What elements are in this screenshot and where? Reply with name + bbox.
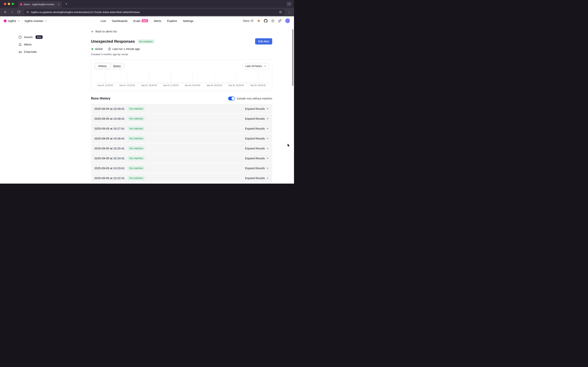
run-row: 2025-09-05 at 10:23:41 No matches Expand…	[91, 163, 272, 173]
megaphone-icon	[18, 50, 22, 54]
run-status-badge: No matches	[128, 176, 145, 180]
minimize-window-button[interactable]	[8, 3, 10, 5]
expand-results-button[interactable]: Expand Results	[245, 127, 269, 130]
runs-list: 2025-09-05 at 10:29:41 No matches Expand…	[91, 104, 272, 183]
expand-results-button[interactable]: Expand Results	[245, 167, 269, 170]
tab-query[interactable]: Query	[110, 63, 124, 69]
axis-tick: Sep 05, 06:00:00	[225, 84, 247, 86]
expand-results-button[interactable]: Expand Results	[245, 137, 269, 140]
include-runs-toggle-group: Include runs without matches	[228, 97, 272, 100]
nav-explore[interactable]: Explore	[167, 19, 177, 23]
reload-button[interactable]	[16, 9, 22, 15]
share-link-icon[interactable]	[278, 19, 281, 23]
run-status-badge: No matches	[128, 156, 145, 160]
chevron-down-icon	[288, 3, 290, 5]
logfire-favicon-icon	[20, 3, 23, 6]
expand-results-button[interactable]: Expand Results	[245, 107, 269, 110]
breadcrumb: logfire / logfire-monitor	[4, 19, 47, 23]
forward-button[interactable]	[9, 9, 15, 15]
play-circle-icon	[108, 47, 111, 50]
chart-gridline	[182, 72, 203, 83]
browser-toolbar: logfire-us.pydantic.dev/logfire/logfire-…	[0, 8, 294, 16]
tab-close-icon[interactable]: ×	[57, 3, 60, 6]
address-bar[interactable]: logfire-us.pydantic.dev/logfire/logfire-…	[24, 9, 285, 15]
nav-settings[interactable]: Settings	[183, 19, 193, 23]
time-range-select[interactable]: Last 24 hours	[243, 63, 269, 69]
chevron-updown-icon[interactable]	[18, 20, 20, 22]
nav-dashboards[interactable]: Dashboards	[112, 19, 128, 23]
nav-live[interactable]: Live	[101, 19, 106, 23]
user-avatar[interactable]: -	[285, 18, 290, 23]
app-header: logfire / logfire-monitor Live Dashboard…	[0, 16, 294, 25]
theme-sun-icon[interactable]	[271, 19, 274, 23]
chevron-down-icon	[266, 167, 269, 170]
github-icon[interactable]	[264, 19, 268, 23]
runs-history-title: Runs History	[91, 97, 111, 100]
page-body: Issues Beta Alerts Channels Back to aler…	[0, 25, 294, 184]
run-status-badge: No matches	[128, 117, 145, 121]
run-timestamp: 2025-09-05 at 10:28:41	[94, 117, 125, 120]
zoom-window-button[interactable]	[12, 3, 14, 5]
new-tab-button[interactable]: +	[64, 1, 69, 6]
nav-evals[interactable]: Evalsbeta	[133, 19, 148, 23]
org-switcher[interactable]: logfire	[8, 19, 16, 23]
arrow-left-icon	[91, 30, 94, 33]
url-text[interactable]: logfire-us.pydantic.dev/logfire/logfire-…	[31, 11, 277, 14]
include-runs-toggle[interactable]	[228, 97, 235, 100]
chevron-updown-icon[interactable]	[45, 20, 47, 22]
expand-results-button[interactable]: Expand Results	[245, 117, 269, 120]
page-scrollbar[interactable]	[292, 29, 293, 86]
page-title: Unexpected Responses	[91, 39, 135, 44]
created-by-label: Created 3 months ago by nicola	[91, 53, 272, 56]
expand-results-button[interactable]: Expand Results	[245, 157, 269, 160]
history-card: History Query Last 24 hours	[91, 60, 272, 91]
docs-link[interactable]: Docs	[243, 19, 253, 22]
run-row: 2025-09-05 at 10:24:41 No matches Expand…	[91, 153, 272, 163]
axis-tick: Sep 05, 03:00:00	[203, 84, 225, 86]
sidebar-item-channels[interactable]: Channels	[18, 48, 91, 56]
runs-history-header: Runs History Include runs without matche…	[91, 97, 272, 100]
back-button[interactable]	[2, 9, 9, 15]
axis-tick: Sep 04, 21:00:00	[160, 84, 182, 86]
chevron-down-icon	[266, 177, 269, 180]
run-row: 2025-09-05 at 10:29:41 No matches Expand…	[91, 104, 272, 114]
alert-status-row: Active Last run 1 minute ago	[91, 47, 272, 50]
back-to-alerts-link[interactable]: Back to alerts list	[91, 30, 117, 33]
logfire-logo-icon	[3, 19, 7, 23]
expand-results-button[interactable]: Expand Results	[245, 177, 269, 180]
run-timestamp: 2025-09-05 at 10:25:41	[94, 147, 125, 150]
sidebar-item-label: Channels	[24, 50, 37, 54]
edit-alert-button[interactable]: Edit Alert	[255, 38, 272, 44]
nav-alerts[interactable]: Alerts	[154, 19, 161, 23]
alert-detail: Back to alerts list Unexpected Responses…	[91, 25, 272, 184]
axis-tick: Sep 05, 00:00:00	[182, 84, 203, 86]
slack-icon[interactable]	[257, 19, 260, 23]
sidebar: Issues Beta Alerts Channels	[0, 25, 91, 184]
sidebar-item-label: Issues	[24, 35, 33, 39]
browser-window: Alerts · logfire/logfire-monito × + logf…	[0, 0, 294, 184]
project-switcher[interactable]: logfire-monitor	[25, 19, 43, 23]
active-label: Active	[95, 47, 103, 50]
reload-icon	[17, 10, 20, 14]
site-settings-icon[interactable]	[26, 11, 29, 14]
run-timestamp: 2025-09-05 at 10:23:41	[94, 167, 125, 170]
close-window-button[interactable]	[4, 3, 6, 5]
browser-tab[interactable]: Alerts · logfire/logfire-monito ×	[18, 1, 62, 8]
tab-history[interactable]: History	[95, 63, 110, 69]
browser-menu-icon[interactable]: ⋮	[287, 10, 292, 14]
expand-results-button[interactable]: Expand Results	[245, 147, 269, 150]
chart-gridline	[247, 72, 269, 83]
axis-tick: Sep 05, 09:00:00	[247, 84, 269, 86]
header-actions: Docs -	[243, 18, 290, 23]
run-status-badge: No matches	[128, 146, 145, 150]
sidebar-item-issues[interactable]: Issues Beta	[18, 33, 91, 41]
alert-title-row: Unexpected Responses No matches Edit Ale…	[91, 38, 272, 45]
chart-gridline	[94, 72, 116, 83]
bookmark-star-icon[interactable]	[279, 10, 282, 14]
tab-search-button[interactable]	[287, 2, 292, 6]
run-row: 2025-09-05 at 10:28:41 No matches Expand…	[91, 114, 272, 124]
status-badge: No matches	[137, 39, 154, 43]
browser-titlebar: Alerts · logfire/logfire-monito × +	[0, 0, 294, 8]
main-nav: Live Dashboards Evalsbeta Alerts Explore…	[101, 19, 194, 23]
sidebar-item-alerts[interactable]: Alerts	[18, 41, 91, 48]
